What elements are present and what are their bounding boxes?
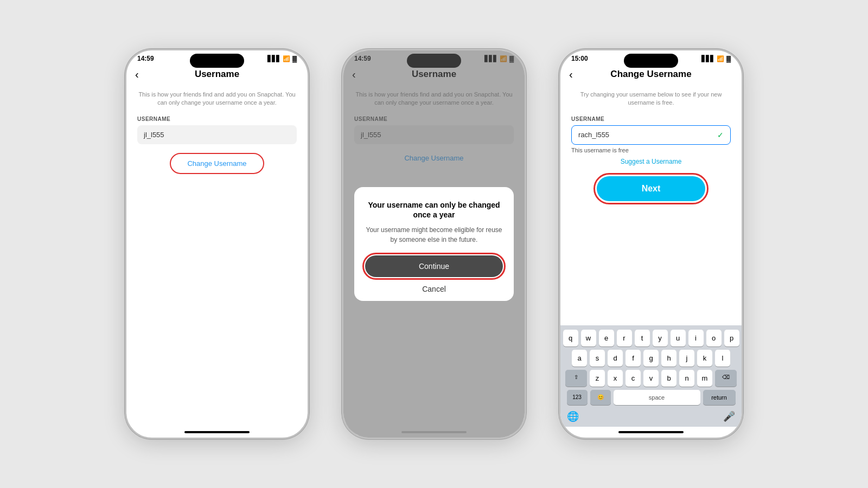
key-d[interactable]: d bbox=[608, 350, 623, 367]
key-s[interactable]: s bbox=[590, 350, 605, 367]
keyboard-globe-icon[interactable]: 🌐 bbox=[567, 410, 579, 422]
subtitle-1: This is how your friends find and add yo… bbox=[137, 91, 297, 107]
keyboard-bottom-row: 🌐 🎤 bbox=[563, 408, 739, 425]
status-icons-1: ▋▋▋ 📶 ▓ bbox=[267, 55, 297, 62]
key-emoji[interactable]: 😊 bbox=[590, 390, 611, 405]
key-y[interactable]: y bbox=[653, 330, 668, 346]
key-e[interactable]: e bbox=[599, 330, 614, 346]
key-m[interactable]: m bbox=[697, 370, 712, 387]
key-j[interactable]: j bbox=[679, 350, 694, 367]
status-icons-3: ▋▋▋ 📶 ▓ bbox=[701, 55, 731, 62]
wifi-icon-1: 📶 bbox=[283, 55, 290, 62]
key-v[interactable]: v bbox=[643, 370, 659, 387]
free-label-3: This username is free bbox=[571, 147, 731, 153]
dialog-box-2: Your username can only be changed once a… bbox=[354, 187, 514, 301]
field-label-1: USERNAME bbox=[137, 116, 297, 122]
key-o[interactable]: o bbox=[706, 330, 722, 346]
nav-title-1: Username bbox=[195, 69, 239, 80]
username-value-3: rach_l555 bbox=[578, 131, 609, 139]
key-p[interactable]: p bbox=[724, 330, 739, 346]
signal-icon-3: ▋▋▋ bbox=[701, 55, 714, 62]
nav-bar-1: ‹ Username bbox=[126, 65, 308, 84]
key-q[interactable]: q bbox=[563, 330, 578, 346]
phone-1: 14:59 ▋▋▋ 📶 ▓ ‹ Username This is how you… bbox=[125, 49, 309, 439]
nav-bar-3: ‹ Change Username bbox=[560, 65, 742, 84]
key-l[interactable]: l bbox=[715, 350, 730, 367]
battery-icon-3: ▓ bbox=[726, 55, 731, 62]
change-username-button-1[interactable]: Change Username bbox=[170, 153, 264, 174]
key-g[interactable]: g bbox=[643, 350, 659, 367]
key-r[interactable]: r bbox=[617, 330, 632, 346]
key-f[interactable]: f bbox=[626, 350, 641, 367]
key-i[interactable]: i bbox=[688, 330, 704, 346]
key-w[interactable]: w bbox=[581, 330, 596, 346]
key-123[interactable]: 123 bbox=[567, 390, 588, 405]
dialog-continue-button-2[interactable]: Continue bbox=[365, 255, 503, 277]
key-a[interactable]: a bbox=[572, 350, 587, 367]
key-u[interactable]: u bbox=[671, 330, 686, 346]
phone-3: 15:00 ▋▋▋ 📶 ▓ ‹ Change Username Try chan… bbox=[559, 49, 743, 439]
keyboard-row-3: ⇧ z x c v b n m ⌫ bbox=[563, 370, 739, 387]
dialog-overlay-2: Your username can only be changed once a… bbox=[343, 50, 525, 438]
key-delete[interactable]: ⌫ bbox=[715, 370, 737, 387]
time-3: 15:00 bbox=[571, 55, 588, 62]
wifi-icon-3: 📶 bbox=[717, 55, 724, 62]
username-field-1[interactable]: jl_l555 bbox=[137, 125, 297, 144]
home-bar-3 bbox=[618, 431, 684, 433]
keyboard-row-4: 123 😊 space return bbox=[563, 390, 739, 405]
key-z[interactable]: z bbox=[590, 370, 605, 387]
next-button-3[interactable]: Next bbox=[597, 176, 705, 201]
key-space[interactable]: space bbox=[614, 390, 700, 405]
back-button-3[interactable]: ‹ bbox=[569, 68, 573, 81]
screen-content-3: Try changing your username below to see … bbox=[560, 84, 742, 325]
home-indicator-3 bbox=[560, 427, 742, 438]
key-c[interactable]: c bbox=[626, 370, 641, 387]
subtitle-3: Try changing your username below to see … bbox=[571, 91, 731, 107]
key-n[interactable]: n bbox=[679, 370, 694, 387]
screen-content-1: This is how your friends find and add yo… bbox=[126, 84, 308, 427]
key-shift[interactable]: ⇧ bbox=[565, 370, 587, 387]
battery-icon-1: ▓ bbox=[292, 55, 297, 62]
home-indicator-1 bbox=[126, 427, 308, 438]
dialog-body-2: Your username might become eligible for … bbox=[365, 225, 503, 245]
key-x[interactable]: x bbox=[608, 370, 623, 387]
key-b[interactable]: b bbox=[661, 370, 676, 387]
keyboard-mic-icon[interactable]: 🎤 bbox=[723, 410, 735, 422]
suggest-link-3[interactable]: Suggest a Username bbox=[571, 158, 731, 165]
phone-2: 14:59 ▋▋▋ 📶 ▓ ‹ Username This is how you… bbox=[342, 49, 526, 439]
dialog-title-2: Your username can only be changed once a… bbox=[365, 200, 503, 220]
field-label-3: USERNAME bbox=[571, 116, 731, 122]
keyboard-3: q w e r t y u i o p a s d f g h j k l ⇧ … bbox=[560, 325, 742, 427]
key-h[interactable]: h bbox=[661, 350, 676, 367]
back-button-1[interactable]: ‹ bbox=[135, 68, 139, 81]
checkmark-icon-3: ✓ bbox=[717, 131, 724, 139]
key-k[interactable]: k bbox=[697, 350, 712, 367]
username-field-3[interactable]: rach_l555 ✓ bbox=[571, 125, 731, 145]
home-bar-1 bbox=[184, 431, 250, 433]
key-return[interactable]: return bbox=[703, 390, 736, 405]
signal-icon-1: ▋▋▋ bbox=[267, 55, 280, 62]
keyboard-row-1: q w e r t y u i o p bbox=[563, 330, 739, 346]
nav-title-3: Change Username bbox=[610, 69, 691, 80]
keyboard-row-2: a s d f g h j k l bbox=[563, 350, 739, 367]
dialog-cancel-button-2[interactable]: Cancel bbox=[365, 277, 503, 301]
key-t[interactable]: t bbox=[635, 330, 650, 346]
time-1: 14:59 bbox=[137, 55, 154, 62]
